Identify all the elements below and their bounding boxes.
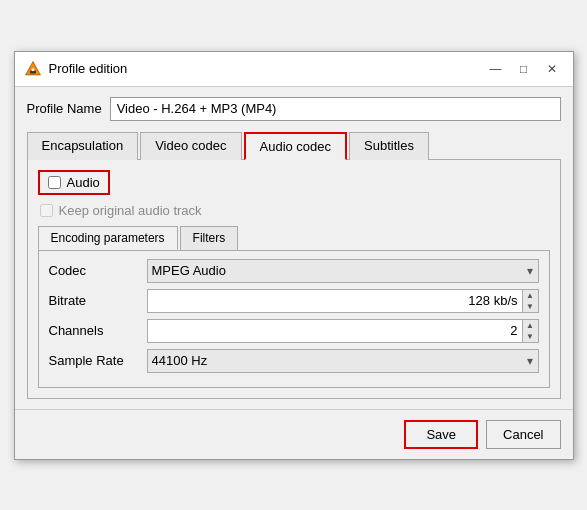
bitrate-down-arrow[interactable]: ▼	[523, 301, 538, 312]
inner-tab-filters[interactable]: Filters	[180, 226, 239, 250]
window-title: Profile edition	[49, 61, 483, 76]
profile-name-row: Profile Name	[27, 97, 561, 121]
codec-label: Codec	[49, 263, 139, 278]
footer: Save Cancel	[15, 409, 573, 459]
tab-audio-codec[interactable]: Audio codec	[244, 132, 348, 160]
title-bar: Profile edition — □ ✕	[15, 52, 573, 87]
close-button[interactable]: ✕	[539, 58, 565, 80]
codec-select-wrapper: MPEG Audio AAC Vorbis FLAC MP3	[147, 259, 539, 283]
audio-label: Audio	[67, 175, 100, 190]
bitrate-up-arrow[interactable]: ▲	[523, 290, 538, 301]
bitrate-label: Bitrate	[49, 293, 139, 308]
inner-tab-encoding-params[interactable]: Encoding parameters	[38, 226, 178, 250]
tab-video-codec[interactable]: Video codec	[140, 132, 241, 160]
profile-name-input[interactable]	[110, 97, 561, 121]
sample-rate-select[interactable]: 44100 Hz 22050 Hz 11025 Hz 8000 Hz 48000…	[147, 349, 539, 373]
maximize-button[interactable]: □	[511, 58, 537, 80]
bitrate-row: Bitrate ▲ ▼	[49, 289, 539, 313]
cancel-button[interactable]: Cancel	[486, 420, 560, 449]
bitrate-input[interactable]	[148, 290, 522, 312]
tab-encapsulation[interactable]: Encapsulation	[27, 132, 139, 160]
bitrate-spinbox: ▲ ▼	[147, 289, 539, 313]
sample-rate-select-wrapper: 44100 Hz 22050 Hz 11025 Hz 8000 Hz 48000…	[147, 349, 539, 373]
audio-checkbox-row: Audio	[38, 170, 550, 195]
codec-select[interactable]: MPEG Audio AAC Vorbis FLAC MP3	[147, 259, 539, 283]
sample-rate-row: Sample Rate 44100 Hz 22050 Hz 11025 Hz 8…	[49, 349, 539, 373]
channels-down-arrow[interactable]: ▼	[523, 331, 538, 342]
main-window: Profile edition — □ ✕ Profile Name Encap…	[14, 51, 574, 460]
window-controls: — □ ✕	[483, 58, 565, 80]
vlc-icon	[23, 59, 43, 79]
keep-original-checkbox[interactable]	[40, 204, 53, 217]
profile-name-label: Profile Name	[27, 101, 102, 116]
minimize-button[interactable]: —	[483, 58, 509, 80]
channels-arrows: ▲ ▼	[522, 320, 538, 342]
codec-row: Codec MPEG Audio AAC Vorbis FLAC MP3	[49, 259, 539, 283]
tab-subtitles[interactable]: Subtitles	[349, 132, 429, 160]
channels-up-arrow[interactable]: ▲	[523, 320, 538, 331]
main-tabs-bar: Encapsulation Video codec Audio codec Su…	[27, 131, 561, 160]
tab-content-audio-codec: Audio Keep original audio track Encoding…	[27, 160, 561, 399]
content-area: Profile Name Encapsulation Video codec A…	[15, 87, 573, 409]
channels-row: Channels ▲ ▼	[49, 319, 539, 343]
svg-point-2	[31, 68, 34, 71]
sample-rate-label: Sample Rate	[49, 353, 139, 368]
save-button[interactable]: Save	[404, 420, 478, 449]
channels-spinbox: ▲ ▼	[147, 319, 539, 343]
inner-tabs-bar: Encoding parameters Filters	[38, 226, 550, 251]
channels-label: Channels	[49, 323, 139, 338]
channels-input[interactable]	[148, 320, 522, 342]
inner-tab-content-encoding: Codec MPEG Audio AAC Vorbis FLAC MP3 Bit…	[38, 251, 550, 388]
audio-checkbox[interactable]	[48, 176, 61, 189]
keep-original-row: Keep original audio track	[38, 203, 550, 218]
keep-original-label: Keep original audio track	[59, 203, 202, 218]
bitrate-arrows: ▲ ▼	[522, 290, 538, 312]
